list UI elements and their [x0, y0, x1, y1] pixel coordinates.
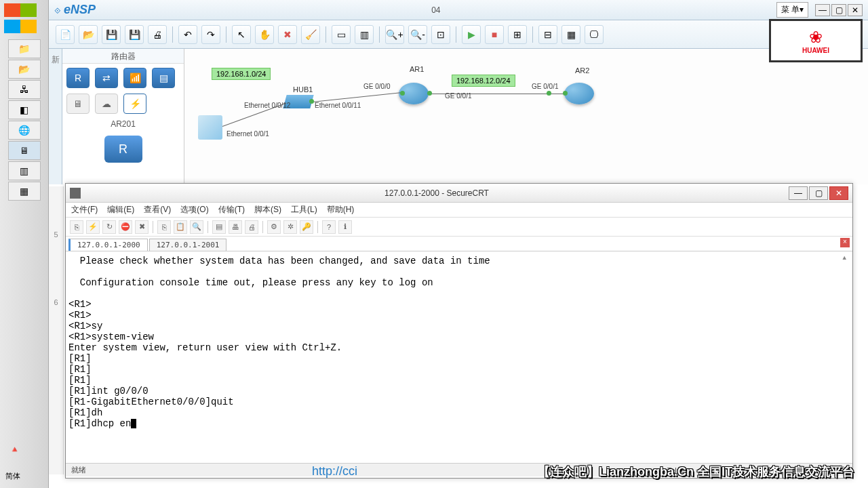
huawei-flower-icon: ❀ [809, 28, 823, 47]
crt-help-icon[interactable]: ? [322, 220, 336, 234]
device-palette: 路由器 R ⇄ 📶 ▤ 🖥 ☁ ⚡ AR201 R [62, 49, 184, 184]
zoomin-icon[interactable]: 🔍+ [385, 25, 404, 44]
palette-cloud-icon[interactable]: ☁ [95, 94, 118, 114]
terminal-output[interactable]: ▴ Please check whether system data has b… [66, 251, 852, 463]
taskbar-item-folder2[interactable]: 📂 [8, 60, 41, 79]
tray-icon[interactable]: 🔺 [9, 445, 20, 454]
hand-icon[interactable]: ✋ [255, 25, 274, 44]
pointer-icon[interactable]: ↖ [232, 25, 251, 44]
link-status-dot [400, 91, 405, 96]
session-tab-2[interactable]: 127.0.0.1-2001 [149, 239, 227, 251]
palette-firewall-icon[interactable]: ▤ [152, 68, 175, 88]
ensp-side-ruler: 新 [49, 49, 62, 184]
tab-close-button[interactable]: × [840, 238, 850, 247]
hub1-label: HUB1 [293, 85, 313, 94]
menu-view[interactable]: 查看(V) [144, 204, 171, 216]
crt-session-icon[interactable]: ▤ [212, 220, 226, 234]
port-ge000: GE 0/0/0 [363, 83, 390, 90]
start-logo[interactable] [4, 3, 45, 36]
ensp-app-name: eNSP [64, 3, 96, 17]
save-icon[interactable]: 💾 [102, 25, 121, 44]
menu-transfer[interactable]: 传输(T) [218, 204, 245, 216]
port-eth0012: Ethernet 0/0/12 [244, 102, 290, 109]
zoomout-icon[interactable]: 🔍- [408, 25, 427, 44]
print-icon[interactable]: 🖨 [148, 25, 167, 44]
palette-selected-device[interactable]: R [104, 136, 142, 163]
taskbar-item-ppt[interactable]: ▥ [8, 161, 41, 180]
crt-minimize-button[interactable]: — [789, 186, 808, 200]
crt-quickconnect-icon[interactable]: ⚡ [86, 220, 100, 234]
topo-icon[interactable]: ⊟ [538, 25, 557, 44]
slide-5[interactable]: 5 [49, 203, 63, 271]
crt-copy-icon[interactable]: ⎘ [157, 220, 171, 234]
capture-icon[interactable]: ⊞ [508, 25, 527, 44]
ensp-toolbar: 📄 📂 💾 💾 🖨 ↶ ↷ ↖ ✋ ✖ 🧹 ▭ ▥ 🔍+ 🔍- ⊡ ▶ ■ ⊞ … [49, 20, 868, 49]
taskbar-item-crt[interactable]: 🖥 [8, 141, 41, 160]
palette-router-icon[interactable]: R [66, 68, 90, 88]
menu-script[interactable]: 脚本(S) [254, 204, 281, 216]
crt-paste-icon[interactable]: 📋 [174, 220, 187, 234]
redo-icon[interactable]: ↷ [201, 25, 220, 44]
ime-indicator[interactable]: 简体 [5, 471, 20, 481]
undo-icon[interactable]: ↶ [178, 25, 197, 44]
open-icon[interactable]: 📂 [79, 25, 98, 44]
display-icon[interactable]: 🖵 [585, 25, 604, 44]
minimize-button[interactable]: — [815, 4, 830, 16]
crt-app-icon [70, 188, 81, 199]
menu-options[interactable]: 选项(O) [180, 204, 208, 216]
crt-connect-icon[interactable]: ⎘ [70, 220, 83, 234]
palette-wlan-icon[interactable]: 📶 [123, 68, 146, 88]
fit-icon[interactable]: ⊡ [431, 25, 450, 44]
taskbar-item-app2[interactable]: 🌐 [8, 121, 41, 140]
watermark-url: http://cci [312, 464, 357, 479]
crt-maximize-button[interactable]: ▢ [809, 186, 828, 200]
crt-props-icon[interactable]: ⚙ [267, 220, 281, 234]
port-eth0011: Ethernet 0/0/11 [315, 102, 361, 109]
palette-switch-icon[interactable]: ⇄ [95, 68, 118, 88]
port-ge001a: GE 0/0/1 [445, 92, 471, 100]
grid-icon[interactable]: ▦ [561, 25, 580, 44]
stop-icon[interactable]: ■ [485, 25, 504, 44]
menu-tools[interactable]: 工具(L) [291, 204, 317, 216]
taskbar-item-folder[interactable]: 📁 [8, 39, 41, 58]
link-status-dot [563, 91, 568, 96]
menu-edit[interactable]: 编辑(E) [107, 204, 134, 216]
status-ready: 就绪 [71, 465, 86, 475]
topology-canvas[interactable]: 192.168.1.0/24 192.168.12.0/24 AR1 AR2 H… [184, 49, 868, 184]
crt-disconnect-icon[interactable]: ⛔ [119, 220, 132, 234]
ar2-device[interactable] [564, 83, 594, 104]
broom-icon[interactable]: 🧹 [301, 25, 320, 44]
session-tab-1[interactable]: 127.0.0.1-2000 [68, 239, 148, 251]
ensp-menu-button[interactable]: 菜 单▾ [776, 2, 808, 18]
note-icon[interactable]: ▥ [355, 25, 374, 44]
crt-about-icon[interactable]: ℹ [338, 220, 352, 234]
taskbar-item-net[interactable]: 🖧 [8, 80, 41, 99]
menu-file[interactable]: 文件(F) [71, 204, 98, 216]
text-icon[interactable]: ▭ [332, 25, 351, 44]
crt-titlebar: 127.0.0.1-2000 - SecureCRT — ▢ ✕ [66, 184, 852, 203]
taskbar-item-app1[interactable]: ◧ [8, 100, 41, 119]
crt-print-icon[interactable]: 🖶 [229, 220, 242, 234]
palette-link-icon[interactable]: ⚡ [123, 94, 146, 114]
pc-device[interactable] [198, 115, 222, 140]
slide-6[interactable]: 6 [49, 271, 63, 339]
crt-find-icon[interactable]: 🔍 [190, 220, 203, 234]
scrollbar-up-icon[interactable]: ▴ [842, 251, 851, 263]
crt-print2-icon[interactable]: 🖨 [245, 220, 258, 234]
menu-help[interactable]: 帮助(H) [327, 204, 355, 216]
delete-icon[interactable]: ✖ [278, 25, 297, 44]
taskbar-item-app3[interactable]: ▦ [8, 182, 41, 201]
network-label-1: 192.168.1.0/24 [212, 68, 271, 80]
palette-pc-icon[interactable]: 🖥 [66, 94, 90, 114]
saveas-icon[interactable]: 💾 [125, 25, 144, 44]
new-icon[interactable]: 📄 [56, 25, 75, 44]
crt-key-icon[interactable]: 🔑 [300, 220, 313, 234]
crt-close-button[interactable]: ✕ [829, 186, 848, 200]
ar1-label: AR1 [410, 65, 424, 73]
crt-disconnect2-icon[interactable]: ✖ [135, 220, 149, 234]
maximize-button[interactable]: ▢ [831, 4, 846, 16]
close-button[interactable]: ✕ [848, 4, 863, 16]
crt-reconnect-icon[interactable]: ↻ [102, 220, 116, 234]
start-icon[interactable]: ▶ [462, 25, 481, 44]
crt-settings-icon[interactable]: ✲ [283, 220, 297, 234]
